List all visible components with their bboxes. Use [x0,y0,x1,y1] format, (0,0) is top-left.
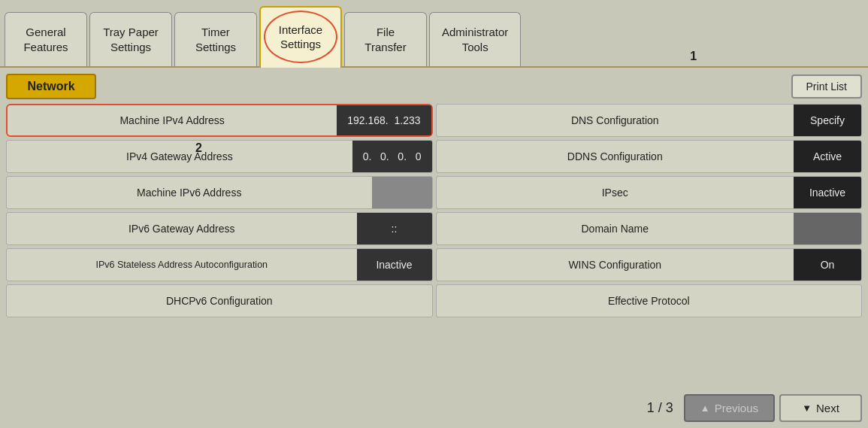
wins-label: WINS Configuration [437,259,794,271]
next-arrow-icon: ▼ [802,402,812,414]
annotation-2: 2 [195,141,202,155]
domain-value [794,213,861,244]
left-column: Machine IPv4 Address 192.168. 1.233 IPv4… [6,104,433,317]
network-button[interactable]: Network [6,74,96,99]
tab-bar: General Features Tray Paper Settings Tim… [0,0,868,66]
dhcpv6-label: DHCPv6 Configuration [166,295,273,307]
ipv6-gateway-label: IPv6 Gateway Address [7,223,357,235]
tab-general-features[interactable]: General Features [5,12,87,66]
right-column: DNS Configuration Specify DDNS Configura… [436,104,863,317]
effective-protocol-label: Effective Protocol [608,295,690,307]
main-grid: Machine IPv4 Address 192.168. 1.233 IPv4… [6,104,862,317]
dns-row[interactable]: DNS Configuration Specify [436,104,863,137]
ddns-label: DDNS Configuration [437,150,794,162]
dns-value: Specify [794,105,861,136]
next-button[interactable]: ▼ Next [779,394,862,422]
machine-ipv6-row[interactable]: Machine IPv6 Address [6,176,433,209]
tab-administrator-tools[interactable]: Administrator Tools [429,12,521,66]
wins-value: On [794,249,861,281]
domain-label: Domain Name [437,223,794,235]
annotation-1: 1 [690,50,697,63]
previous-label: Previous [715,402,758,414]
machine-ipv4-row[interactable]: Machine IPv4 Address 192.168. 1.233 [6,104,433,137]
ipsec-label: IPsec [437,187,794,199]
ipv6-gateway-row[interactable]: IPv6 Gateway Address :: [6,212,433,245]
tab-interface-settings[interactable]: Interface Settings [259,6,342,66]
ipv6-gateway-value: :: [357,213,432,244]
machine-ipv6-value [372,177,432,208]
previous-button[interactable]: ▲ Previous [684,394,775,422]
print-list-button[interactable]: Print List [791,74,862,99]
ipsec-row[interactable]: IPsec Inactive [436,176,863,209]
machine-ipv4-label: Machine IPv4 Address [8,114,337,126]
machine-ipv6-label: Machine IPv6 Address [7,187,372,199]
machine-ipv4-value: 192.168. 1.233 [337,105,431,135]
tab-timer-settings[interactable]: Timer Settings [174,12,257,66]
effective-protocol-row[interactable]: Effective Protocol [436,284,863,317]
previous-arrow-icon: ▲ [700,402,710,414]
page-separator: / [658,400,666,415]
wins-row[interactable]: WINS Configuration On [436,248,863,281]
page-total: 3 [666,400,673,415]
page-indicator: 1 / 3 [647,400,673,416]
bottom-nav: 1 / 3 ▲ Previous ▼ Next [647,394,862,422]
content-area: Network Print List 2 Machine IPv4 Addres… [0,66,868,428]
dns-label: DNS Configuration [437,114,794,126]
tab-file-transfer[interactable]: File Transfer [344,12,427,66]
domain-row[interactable]: Domain Name [436,212,863,245]
ipv4-gateway-label: IPv4 Gateway Address [7,150,352,162]
dhcpv6-row[interactable]: DHCPv6 Configuration [6,284,433,317]
ipsec-value: Inactive [794,177,861,208]
next-label: Next [816,402,839,414]
ipv4-gateway-row[interactable]: IPv4 Gateway Address 0. 0. 0. 0 [6,140,433,173]
page-current: 1 [647,400,655,415]
ipv6-stateless-value: Inactive [357,249,432,281]
ddns-value: Active [794,141,861,172]
ipv6-stateless-label: IPv6 Stateless Address Autoconfiguration [7,260,357,270]
ipv6-stateless-row[interactable]: IPv6 Stateless Address Autoconfiguration… [6,248,433,281]
ipv4-gateway-value: 0. 0. 0. 0 [352,141,432,172]
tab-tray-paper-settings[interactable]: Tray Paper Settings [89,12,172,66]
ddns-row[interactable]: DDNS Configuration Active [436,140,863,173]
top-row: Network Print List [6,74,862,99]
